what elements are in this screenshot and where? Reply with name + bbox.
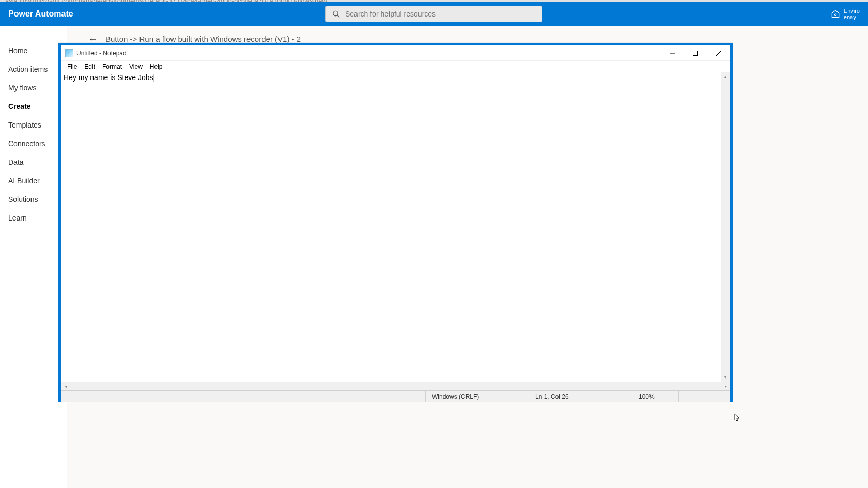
- menu-file[interactable]: File: [64, 62, 80, 71]
- sidebar-item-connectors[interactable]: Connectors: [0, 134, 67, 153]
- env-value: enay: [844, 14, 860, 20]
- mouse-cursor-icon: [734, 413, 741, 424]
- env-label: Enviro: [844, 8, 860, 14]
- menu-view[interactable]: View: [126, 62, 146, 71]
- svg-rect-4: [693, 51, 698, 55]
- svg-point-0: [333, 11, 338, 15]
- notepad-titlebar[interactable]: Untitled - Notepad: [61, 45, 730, 61]
- notepad-content-text: Hey my name is Steve Jobs: [64, 73, 155, 82]
- sidebar-item-ai-builder[interactable]: AI Builder: [0, 171, 67, 190]
- sidebar-item-learn[interactable]: Learn: [0, 209, 67, 227]
- menu-edit[interactable]: Edit: [81, 62, 98, 71]
- sidebar-item-templates[interactable]: Templates: [0, 116, 67, 134]
- vertical-scrollbar[interactable]: ▴ ▾: [721, 72, 730, 382]
- environment-icon: [830, 9, 841, 19]
- notepad-text-area[interactable]: Hey my name is Steve Jobs ▴ ▾: [61, 72, 730, 382]
- sidebar-item-create[interactable]: Create: [0, 97, 67, 116]
- notepad-statusbar: Windows (CRLF) Ln 1, Col 26 100%: [61, 390, 730, 402]
- flow-breadcrumb-text: Button -> Run a flow built with Windows …: [105, 35, 301, 43]
- app-header: Power Automate Enviro enay: [0, 2, 868, 26]
- sidebar-item-my-flows[interactable]: My flows: [0, 78, 67, 97]
- notepad-title: Untitled - Notepad: [76, 50, 660, 57]
- notepad-menubar: File Edit Format View Help: [61, 61, 730, 72]
- sidebar-item-solutions[interactable]: Solutions: [0, 190, 67, 209]
- sidebar-item-home[interactable]: Home: [0, 41, 67, 60]
- menu-format[interactable]: Format: [99, 62, 125, 71]
- brand-title: Power Automate: [8, 9, 73, 19]
- sidebar-item-data[interactable]: Data: [0, 153, 67, 171]
- search-box[interactable]: [326, 6, 542, 22]
- svg-point-2: [834, 14, 836, 15]
- sidebar-item-action-items[interactable]: Action items: [0, 60, 67, 78]
- notepad-window: Untitled - Notepad File Edit Format View…: [58, 43, 733, 402]
- sidebar-nav: Home Action items My flows Create Templa…: [0, 26, 67, 488]
- horizontal-scrollbar[interactable]: ◂ ▸: [61, 382, 730, 390]
- status-encoding: Windows (CRLF): [425, 391, 529, 402]
- scroll-right-icon[interactable]: ▸: [721, 382, 730, 390]
- maximize-button[interactable]: [684, 45, 707, 60]
- search-input[interactable]: [345, 10, 536, 18]
- menu-help[interactable]: Help: [147, 62, 166, 71]
- minimize-button[interactable]: [660, 45, 684, 60]
- search-icon: [332, 10, 340, 18]
- svg-line-1: [337, 15, 339, 18]
- close-button[interactable]: [707, 45, 730, 60]
- search-container: [326, 6, 542, 22]
- status-zoom: 100%: [632, 391, 678, 402]
- scroll-down-icon[interactable]: ▾: [721, 373, 730, 382]
- status-empty: [678, 391, 730, 402]
- scroll-up-icon[interactable]: ▴: [721, 72, 730, 81]
- scroll-left-icon[interactable]: ◂: [61, 382, 70, 390]
- status-cursor-position: Ln 1, Col 26: [529, 391, 632, 402]
- notepad-app-icon: [65, 49, 73, 57]
- environment-switcher[interactable]: Enviro enay: [830, 8, 860, 20]
